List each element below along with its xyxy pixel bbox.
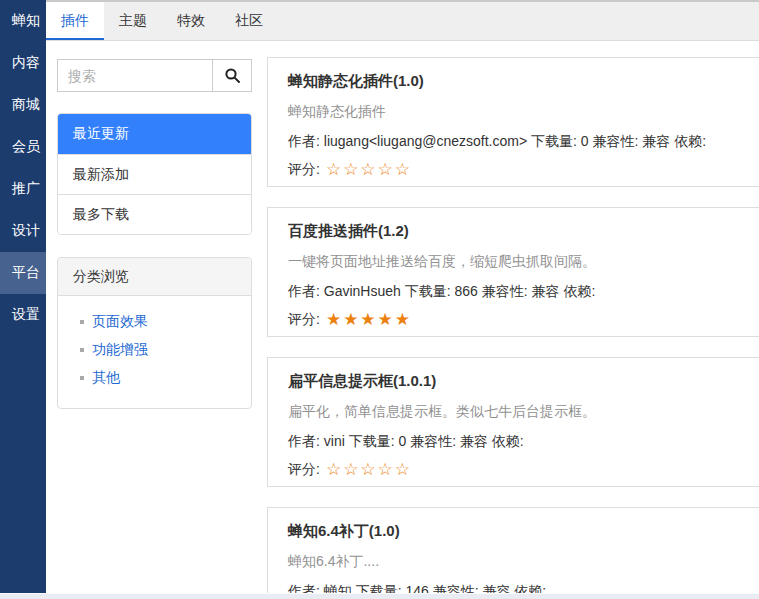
category-item-others[interactable]: 其他	[58, 364, 251, 392]
tab-label: 插件	[61, 12, 89, 30]
sidebar-nav: 内容 商城 会员 推广 设计 平台 设置	[0, 42, 46, 336]
tab-label: 特效	[177, 12, 205, 30]
plugin-title: 扁平信息提示框(1.0.1)	[288, 370, 759, 392]
plugin-card[interactable]: 蝉知静态化插件(1.0) 蝉知静态化插件 作者: liugang<liugang…	[267, 57, 759, 187]
plugin-meta: 作者: GavinHsueh 下载量: 866 兼容性: 兼容 依赖:	[288, 281, 759, 301]
sort-item-label: 最近更新	[73, 125, 129, 143]
plugin-title: 蝉知静态化插件(1.0)	[288, 70, 759, 92]
plugin-meta: 作者: liugang<liugang@cnezsoft.com> 下载量: 0…	[288, 131, 759, 151]
tab-label: 社区	[235, 12, 263, 30]
tab-effect[interactable]: 特效	[162, 2, 220, 40]
search-button[interactable]	[212, 59, 252, 92]
category-item-label: 页面效果	[92, 313, 148, 331]
sidebar-item-member[interactable]: 会员	[0, 126, 46, 168]
category-list: 页面效果 功能增强 其他	[58, 296, 251, 408]
sort-item-label: 最多下载	[73, 206, 129, 224]
plugin-meta: 作者: vini 下载量: 0 兼容性: 兼容 依赖:	[288, 431, 759, 451]
sort-item-most-downloaded[interactable]: 最多下载	[58, 194, 251, 234]
sidebar-item-content[interactable]: 内容	[0, 42, 46, 84]
topnav-tabs: 插件 主题 特效 社区	[46, 2, 278, 40]
filter-panel: 最近更新 最新添加 最多下载 分类浏览 页面效果 功能增强 其他	[57, 59, 252, 409]
main-content: 最近更新 最新添加 最多下载 分类浏览 页面效果 功能增强 其他 蝉知静态化插件…	[46, 41, 759, 593]
tab-community[interactable]: 社区	[220, 2, 278, 40]
plugin-description: 蝉知6.4补丁....	[288, 551, 759, 571]
sort-item-newest-added[interactable]: 最新添加	[58, 154, 251, 194]
sidebar-item-platform[interactable]: 平台	[0, 252, 46, 294]
sort-item-recent-update[interactable]: 最近更新	[58, 114, 251, 154]
category-panel: 分类浏览 页面效果 功能增强 其他	[57, 257, 252, 409]
sort-item-label: 最新添加	[73, 166, 129, 184]
sidebar-item-promotion[interactable]: 推广	[0, 168, 46, 210]
plugin-rating: 评分: ★★★★★	[288, 309, 759, 329]
plugin-list: 蝉知静态化插件(1.0) 蝉知静态化插件 作者: liugang<liugang…	[267, 57, 759, 593]
plugin-description: 蝉知静态化插件	[288, 101, 759, 121]
app-window: 蝉知 内容 商城 会员 推广 设计 平台 设置 插件 主题 特效 社区	[0, 0, 759, 599]
sidebar-item-shop[interactable]: 商城	[0, 84, 46, 126]
plugin-description: 一键将页面地址推送给百度，缩短爬虫抓取间隔。	[288, 251, 759, 271]
star-icons: ★★★★★	[326, 311, 412, 328]
tab-theme[interactable]: 主题	[104, 2, 162, 40]
plugin-card[interactable]: 蝉知6.4补丁(1.0) 蝉知6.4补丁.... 作者: 蝉知 下载量: 146…	[267, 507, 759, 593]
bullet-icon	[80, 376, 84, 380]
rating-label: 评分:	[288, 459, 320, 479]
category-item-feature-enhance[interactable]: 功能增强	[58, 336, 251, 364]
category-item-label: 其他	[92, 369, 120, 387]
plugin-card[interactable]: 百度推送插件(1.2) 一键将页面地址推送给百度，缩短爬虫抓取间隔。 作者: G…	[267, 207, 759, 337]
bullet-icon	[80, 348, 84, 352]
sidebar-item-design[interactable]: 设计	[0, 210, 46, 252]
plugin-meta: 作者: 蝉知 下载量: 146 兼容性: 兼容 依赖:	[288, 581, 759, 593]
category-item-label: 功能增强	[92, 341, 148, 359]
sidebar: 蝉知 内容 商城 会员 推广 设计 平台 设置	[0, 0, 46, 593]
rating-label: 评分:	[288, 159, 320, 179]
plugin-card[interactable]: 扁平信息提示框(1.0.1) 扁平化，简单信息提示框。类似七牛后台提示框。 作者…	[267, 357, 759, 487]
top-navbar: 插件 主题 特效 社区	[46, 0, 759, 41]
sort-list: 最近更新 最新添加 最多下载	[57, 113, 252, 235]
sidebar-item-label: 内容	[12, 54, 40, 72]
category-panel-title: 分类浏览	[58, 258, 251, 296]
sidebar-item-label: 推广	[12, 180, 40, 198]
brand-logo[interactable]: 蝉知	[0, 0, 46, 42]
plugin-rating: 评分: ☆☆☆☆☆	[288, 459, 759, 479]
sidebar-item-label: 商城	[12, 96, 40, 114]
plugin-title: 蝉知6.4补丁(1.0)	[288, 520, 759, 542]
star-icons: ☆☆☆☆☆	[326, 461, 412, 478]
search-group	[57, 59, 252, 92]
star-icons: ☆☆☆☆☆	[326, 161, 412, 178]
search-input[interactable]	[57, 59, 212, 92]
sidebar-item-label: 设计	[12, 222, 40, 240]
bullet-icon	[80, 320, 84, 324]
plugin-description: 扁平化，简单信息提示框。类似七牛后台提示框。	[288, 401, 759, 421]
category-item-page-effects[interactable]: 页面效果	[58, 308, 251, 336]
sidebar-item-label: 平台	[12, 264, 40, 282]
plugin-title: 百度推送插件(1.2)	[288, 220, 759, 242]
footer-strip	[0, 593, 759, 599]
tab-plugin[interactable]: 插件	[46, 2, 104, 40]
search-icon	[224, 67, 241, 84]
sidebar-item-label: 会员	[12, 138, 40, 156]
sidebar-item-label: 设置	[12, 306, 40, 324]
rating-label: 评分:	[288, 309, 320, 329]
sidebar-item-settings[interactable]: 设置	[0, 294, 46, 336]
tab-label: 主题	[119, 12, 147, 30]
plugin-rating: 评分: ☆☆☆☆☆	[288, 159, 759, 179]
